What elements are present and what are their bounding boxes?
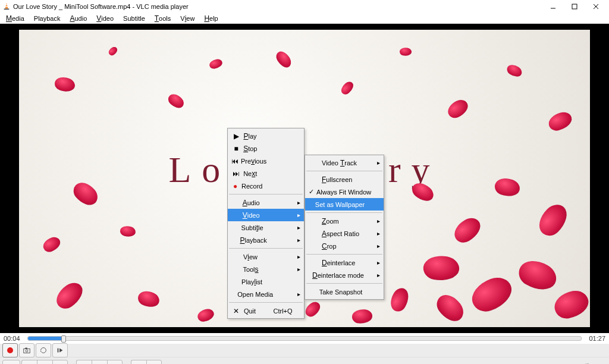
ctx-aspect-ratio[interactable]: Aspect Ratio▸ [305, 227, 384, 240]
fullscreen-button[interactable] [76, 360, 92, 365]
menu-audio[interactable]: Audio [65, 14, 92, 23]
window-title: Our Love Story _ MiniTool Software.mp4 -… [13, 3, 542, 10]
menu-help[interactable]: Help [199, 14, 222, 23]
maximize-button[interactable] [564, 0, 585, 13]
petal [422, 253, 461, 284]
record-dot-icon [7, 347, 13, 353]
loop-button[interactable] [131, 360, 146, 365]
shuffle-button[interactable] [146, 360, 162, 365]
separator [306, 171, 382, 171]
ctx-deinterlace[interactable]: Deinterlace▸ [305, 256, 384, 269]
petal [119, 224, 137, 239]
ctx-video-track[interactable]: Video Track▸ [305, 156, 384, 169]
ctx-next[interactable]: ⏭Next [228, 167, 304, 180]
time-elapsed: 00:04 [4, 335, 25, 342]
ctx-record[interactable]: ●Record [228, 180, 304, 192]
menu-tools[interactable]: Tools [150, 14, 176, 23]
ctx-tools[interactable]: Tools▸ [228, 263, 304, 275]
ctx-crop[interactable]: Crop▸ [305, 240, 384, 252]
ctx-set-as-wallpaper[interactable]: Set as Wallpaper [305, 198, 384, 211]
petal [387, 285, 413, 315]
vlc-cone-icon [2, 2, 11, 11]
separator [229, 248, 303, 249]
video-area[interactable]: Love Story ▶Play ■Stop ⏮Previous [0, 24, 609, 333]
ctx-always-fit-window[interactable]: ✓Always Fit Window [305, 186, 384, 198]
context-menu-main: ▶Play ■Stop ⏮Previous ⏭Next ●Record Audi… [227, 128, 304, 319]
close-button[interactable] [585, 0, 607, 13]
speaker-icon [541, 362, 551, 365]
stop-icon: ■ [231, 145, 241, 153]
petal [445, 98, 471, 121]
stop-button[interactable] [37, 360, 52, 365]
ctx-previous[interactable]: ⏮Previous [228, 155, 304, 167]
titlebar: Our Love Story _ MiniTool Software.mp4 -… [0, 0, 609, 13]
petal [196, 308, 215, 323]
svg-rect-2 [5, 5, 8, 5]
ctx-view[interactable]: View▸ [228, 250, 304, 263]
prev-icon: ⏮ [231, 157, 238, 165]
ctx-fullscreen[interactable]: Fullscreen [305, 173, 384, 186]
skip-forward-button[interactable] [52, 360, 68, 365]
petal [166, 91, 186, 111]
separator [306, 283, 382, 284]
extended-settings-button[interactable] [92, 360, 107, 365]
time-total: 01:27 [584, 335, 605, 342]
play-icon: ▶ [231, 132, 241, 140]
menu-view[interactable]: View [175, 14, 199, 23]
petal [433, 290, 467, 327]
step-icon [56, 346, 64, 354]
ctx-open-media[interactable]: Open Media▸ [228, 288, 304, 300]
record-button[interactable] [2, 343, 18, 357]
ctx-audio[interactable]: Audio▸ [228, 196, 304, 209]
playlist-button[interactable] [107, 360, 123, 365]
petal [553, 288, 590, 320]
petal [303, 300, 323, 319]
menubar: Media Playback Audio Video Subtitle Tool… [0, 13, 609, 24]
check-icon: ✓ [309, 188, 314, 196]
next-icon: ⏭ [231, 170, 241, 178]
svg-marker-12 [59, 349, 62, 353]
petal [136, 288, 162, 311]
volume-slider[interactable] [553, 362, 589, 365]
svg-rect-1 [4, 9, 10, 10]
petal [41, 236, 62, 254]
petal [514, 254, 561, 297]
context-submenu-video: Video Track▸ Fullscreen ✓Always Fit Wind… [304, 155, 384, 300]
ctx-video[interactable]: Video▸ [228, 209, 304, 221]
ctx-playlist[interactable]: Playlist [228, 275, 304, 288]
petal [339, 80, 356, 96]
snapshot-button[interactable] [19, 343, 34, 357]
petal [450, 214, 485, 246]
menu-video[interactable]: Video [92, 14, 118, 23]
quit-icon: ✕ [231, 307, 241, 315]
menu-subtitle[interactable]: Subtitle [118, 15, 150, 22]
frame-step-button[interactable] [52, 343, 68, 357]
menu-playback[interactable]: Playback [29, 15, 65, 22]
ctx-subtitle[interactable]: Subtitle▸ [228, 221, 304, 234]
loop-ab-button[interactable] [36, 343, 51, 357]
petal [467, 274, 517, 316]
petal [399, 46, 412, 57]
petal [351, 309, 373, 325]
separator [229, 194, 303, 194]
ctx-take-snapshot[interactable]: Take Snapshot [305, 285, 384, 298]
ctx-playback[interactable]: Playback▸ [228, 234, 304, 246]
seek-fill [28, 337, 61, 340]
svg-point-9 [26, 350, 28, 352]
petal [52, 279, 87, 313]
seek-slider[interactable] [27, 336, 582, 341]
ctx-quit[interactable]: ✕QuitCtrl+Q [228, 305, 304, 317]
ctx-zoom[interactable]: Zoom▸ [305, 215, 384, 227]
skip-back-button[interactable] [21, 360, 37, 365]
minimize-button[interactable] [542, 0, 564, 13]
petal [53, 74, 77, 95]
ctx-stop[interactable]: ■Stop [228, 142, 304, 155]
ctx-deinterlace-mode[interactable]: Deinterlace mode▸ [305, 269, 384, 281]
menu-media[interactable]: Media [1, 14, 29, 23]
svg-rect-8 [24, 349, 30, 353]
play-button[interactable] [2, 360, 20, 365]
volume-control: 90% [541, 362, 607, 365]
loop-icon [39, 346, 48, 354]
seek-thumb[interactable] [61, 335, 66, 343]
ctx-play[interactable]: ▶Play [228, 130, 304, 142]
